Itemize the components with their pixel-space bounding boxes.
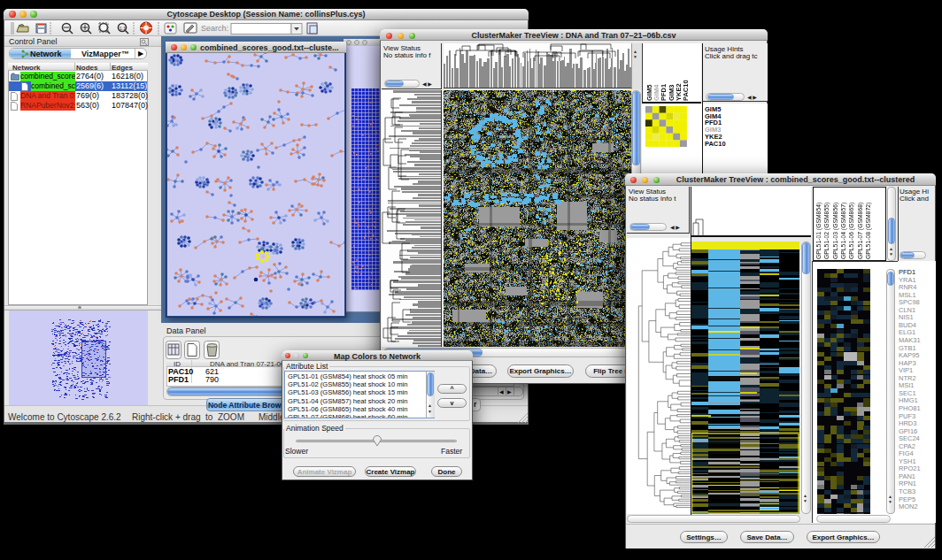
svg-text:Search:: Search: xyxy=(201,24,228,33)
svg-text:1:1: 1:1 xyxy=(120,26,126,31)
